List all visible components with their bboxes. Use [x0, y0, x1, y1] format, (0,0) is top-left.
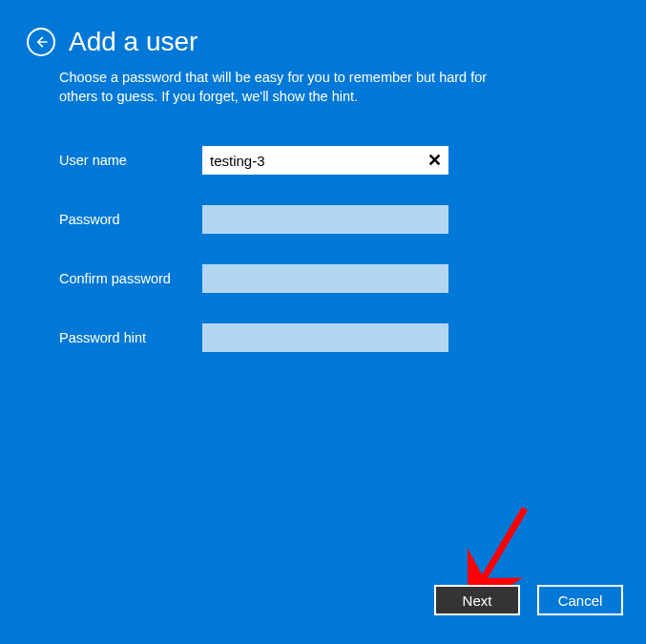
confirm-password-input[interactable]: [202, 264, 448, 293]
username-label: User name: [59, 153, 202, 168]
password-hint-label: Password hint: [59, 330, 202, 345]
page-title: Add a user: [69, 27, 198, 57]
back-button[interactable]: [27, 28, 55, 56]
page-subtitle: Choose a password that will be easy for …: [0, 57, 563, 106]
username-input[interactable]: [202, 146, 448, 175]
password-label: Password: [59, 212, 202, 227]
password-input[interactable]: [202, 205, 448, 234]
arrow-left-icon: [33, 34, 49, 50]
password-hint-input[interactable]: [202, 323, 448, 352]
cancel-button[interactable]: Cancel: [537, 585, 623, 615]
add-user-form: User name ✕ Password Confirm password Pa…: [0, 106, 646, 352]
confirm-password-label: Confirm password: [59, 271, 202, 286]
next-button[interactable]: Next: [434, 585, 520, 615]
close-icon: ✕: [427, 150, 442, 171]
clear-username-button[interactable]: ✕: [424, 150, 445, 171]
